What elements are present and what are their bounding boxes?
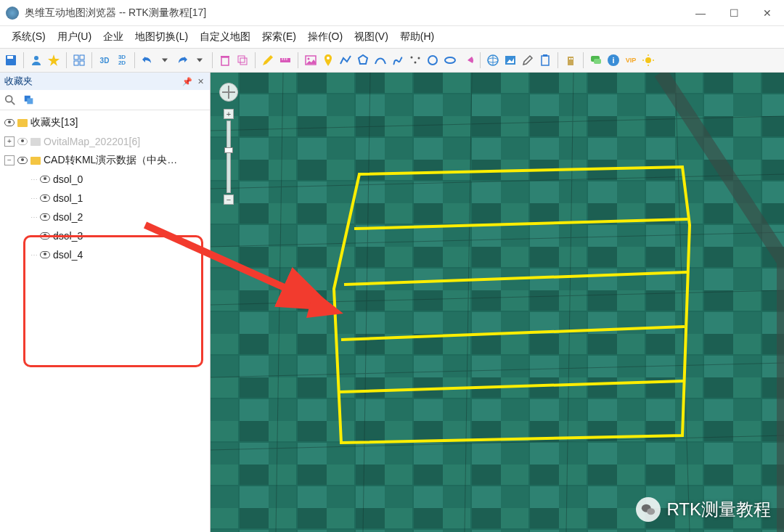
visibility-icon[interactable] bbox=[17, 138, 28, 145]
menu-system[interactable]: 系统(S) bbox=[6, 28, 52, 46]
close-button[interactable]: ✕ bbox=[751, 0, 784, 26]
menu-view[interactable]: 视图(V) bbox=[348, 28, 394, 46]
menubar: 系统(S) 用户(U) 企业 地图切换(L) 自定义地图 探索(E) 操作(O)… bbox=[0, 26, 784, 48]
separator bbox=[558, 52, 558, 68]
svg-rect-49 bbox=[27, 98, 33, 104]
tree-root[interactable]: 收藏夹[13] bbox=[1, 113, 208, 132]
tree-item[interactable]: ⋯dsol_2 bbox=[1, 208, 208, 226]
sidebar-tools bbox=[0, 90, 210, 110]
3d2d-icon[interactable]: 3D2D bbox=[114, 52, 130, 68]
visibility-icon[interactable] bbox=[4, 119, 15, 126]
close-panel-icon[interactable]: ✕ bbox=[195, 76, 205, 86]
pan-control[interactable] bbox=[219, 83, 238, 102]
tree-branch: ⋯ bbox=[30, 195, 37, 202]
visibility-icon[interactable] bbox=[17, 157, 28, 164]
tree-group[interactable]: − CAD转KML演示数据（中央… bbox=[1, 151, 208, 170]
clipboard-icon[interactable] bbox=[537, 52, 553, 68]
cascade-icon[interactable] bbox=[22, 93, 36, 107]
points-icon[interactable] bbox=[407, 52, 423, 68]
building-icon[interactable] bbox=[563, 52, 579, 68]
polygon-icon[interactable] bbox=[355, 52, 371, 68]
tree-branch: ⋯ bbox=[30, 232, 37, 240]
svg-rect-10 bbox=[221, 57, 229, 65]
zoom-slider-track[interactable] bbox=[226, 120, 231, 193]
menu-enterprise[interactable]: 企业 bbox=[97, 28, 129, 46]
visibility-icon[interactable] bbox=[40, 232, 50, 240]
tree-item[interactable]: ⋯dsol_0 bbox=[1, 170, 208, 189]
minimize-button[interactable]: — bbox=[684, 0, 717, 26]
tree-item-label: dsol_2 bbox=[53, 211, 83, 223]
visibility-icon[interactable] bbox=[40, 195, 50, 202]
expand-icon[interactable]: + bbox=[4, 136, 15, 147]
pencil-icon[interactable] bbox=[260, 52, 276, 68]
delete-icon[interactable] bbox=[217, 52, 233, 68]
svg-point-26 bbox=[445, 57, 455, 63]
edit-icon[interactable] bbox=[520, 52, 536, 68]
vip-icon[interactable]: VIP bbox=[623, 52, 639, 68]
sidebar-header: 收藏夹 📌 ✕ bbox=[0, 73, 210, 90]
grid-icon[interactable] bbox=[71, 52, 87, 68]
tree-item[interactable]: ⋯dsol_4 bbox=[1, 245, 208, 264]
zoom-slider-handle[interactable] bbox=[224, 147, 233, 153]
zoom-out-button[interactable]: − bbox=[224, 195, 234, 205]
tree-item[interactable]: ⋯dsol_3 bbox=[1, 226, 208, 245]
separator bbox=[212, 52, 213, 68]
ruler-icon[interactable] bbox=[277, 52, 293, 68]
sector-icon[interactable] bbox=[460, 52, 475, 68]
star-icon[interactable] bbox=[46, 52, 62, 68]
image-icon[interactable] bbox=[303, 52, 319, 68]
sun-icon[interactable] bbox=[640, 52, 656, 68]
svg-point-24 bbox=[418, 57, 420, 60]
zoom-control: + − bbox=[224, 109, 234, 205]
menu-map-switch[interactable]: 地图切换(L) bbox=[129, 28, 194, 46]
user-icon[interactable] bbox=[28, 52, 44, 68]
svg-point-20 bbox=[327, 57, 330, 60]
tree-item-label: dsol_0 bbox=[53, 173, 83, 185]
info-icon[interactable]: i bbox=[605, 52, 621, 68]
map-view[interactable]: + − RTK测量教程 bbox=[211, 73, 784, 532]
pin-icon[interactable]: 📌 bbox=[182, 76, 192, 86]
menu-help[interactable]: 帮助(H) bbox=[394, 28, 440, 46]
svg-point-19 bbox=[308, 58, 310, 60]
toolbar: 3D 3D2D i VIP bbox=[0, 48, 784, 73]
tree-item[interactable]: ⋯dsol_1 bbox=[1, 189, 208, 208]
dropdown-icon[interactable] bbox=[192, 52, 208, 68]
3d-icon[interactable]: 3D bbox=[97, 52, 113, 68]
tree-disabled-folder[interactable]: + OvitalMap_202201[6] bbox=[1, 132, 208, 151]
save-icon[interactable] bbox=[3, 52, 19, 68]
visibility-icon[interactable] bbox=[40, 213, 50, 221]
collapse-icon[interactable]: − bbox=[4, 155, 15, 165]
visibility-icon[interactable] bbox=[40, 251, 50, 258]
visibility-icon[interactable] bbox=[40, 176, 50, 183]
route-icon[interactable] bbox=[390, 52, 406, 68]
menu-custom-map[interactable]: 自定义地图 bbox=[194, 28, 256, 46]
globe-icon[interactable] bbox=[485, 52, 501, 68]
curve-icon[interactable] bbox=[372, 52, 388, 68]
separator bbox=[91, 52, 92, 68]
svg-rect-11 bbox=[221, 56, 229, 57]
circle-icon[interactable] bbox=[425, 52, 441, 68]
svg-point-73 bbox=[648, 508, 656, 515]
svg-point-2 bbox=[34, 56, 38, 60]
separator bbox=[583, 52, 584, 68]
svg-rect-34 bbox=[568, 57, 573, 65]
chat-icon[interactable] bbox=[588, 52, 604, 68]
zoom-in-button[interactable]: + bbox=[224, 109, 234, 119]
photo-icon[interactable] bbox=[502, 52, 518, 68]
polyline-icon[interactable] bbox=[338, 52, 354, 68]
dropdown-icon[interactable] bbox=[157, 52, 173, 68]
watermark-text: RTK测量教程 bbox=[666, 498, 771, 521]
menu-user[interactable]: 用户(U) bbox=[52, 28, 97, 46]
marker-icon[interactable] bbox=[320, 52, 336, 68]
redo-icon[interactable] bbox=[174, 52, 190, 68]
menu-operate[interactable]: 操作(O) bbox=[302, 28, 348, 46]
ellipse-icon[interactable] bbox=[442, 52, 458, 68]
maximize-button[interactable]: ☐ bbox=[717, 0, 751, 26]
menu-explore[interactable]: 探索(E) bbox=[256, 28, 302, 46]
tree-item-label: dsol_4 bbox=[53, 249, 83, 261]
sidebar: 收藏夹 📌 ✕ 收藏夹[13] + OvitalMap_202201[6] − bbox=[0, 73, 211, 532]
search-icon[interactable] bbox=[3, 93, 17, 107]
undo-icon[interactable] bbox=[139, 52, 155, 68]
copy-icon[interactable] bbox=[234, 52, 250, 68]
svg-rect-1 bbox=[7, 56, 13, 59]
